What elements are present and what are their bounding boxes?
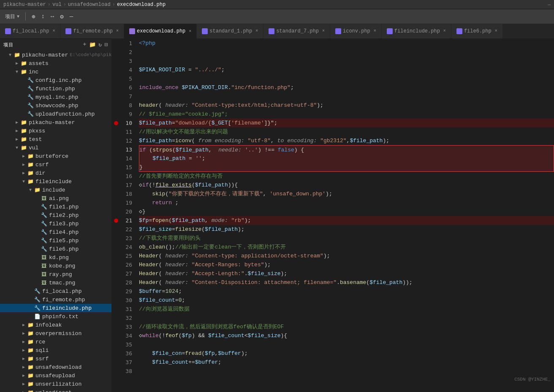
breadcrumb-dir: unsafedownload — [68, 2, 111, 8]
php-icon-fileinclude: 🔧 — [34, 305, 41, 311]
tab-close-fileinclude[interactable]: × — [443, 29, 446, 33]
sidebar-item-test[interactable]: ▶ 📁 test — [0, 135, 111, 143]
sidebar-item-urlredirect[interactable]: ▶ 📁 urlredirect — [0, 388, 111, 392]
sidebar-item-fileinclude-php[interactable]: 🔧 fileinclude.php — [0, 304, 111, 312]
tab-close-standard-1[interactable]: × — [255, 29, 258, 33]
toolbar-icon-minus[interactable]: — — [68, 12, 75, 21]
tab-fi-local[interactable]: fi_local.php × — [0, 24, 60, 38]
tab-close-fi-local[interactable]: × — [52, 29, 55, 33]
sidebar-item-ssrf[interactable]: ▶ 📁 ssrf — [0, 354, 111, 363]
tab-close-standard-7[interactable]: × — [322, 29, 325, 33]
sidebar-item-file3[interactable]: 🔧 file3.php — [0, 219, 111, 228]
sidebar-item-unsafedownload[interactable]: ▶ 📁 unsafedownload — [0, 363, 111, 371]
folder-icon-unsafedownload: 📁 — [27, 364, 34, 370]
sidebar-item-pikachu2[interactable]: ▶ 📁 pikachu-master — [0, 118, 111, 127]
png-icon-ray: 🖼 — [41, 271, 47, 278]
code-line-12: $file_path = iconv ( from encoding: "utf… — [139, 136, 554, 145]
folder-icon-fileinclude: 📁 — [27, 178, 34, 185]
tab-standard-1[interactable]: standard_1.php × — [197, 24, 263, 38]
chevron-down-icon[interactable]: ▼ — [17, 14, 19, 19]
png-icon-kobe: 🖼 — [41, 262, 47, 269]
php-icon-config: 🔧 — [27, 77, 34, 84]
sidebar-item-pikachu-master[interactable]: ▼ 📁 pikachu-master E:\code\php\pikachu — [0, 51, 111, 59]
sidebar-label-test: test — [29, 136, 42, 143]
sidebar-item-ray[interactable]: 🖼 ray.png — [0, 270, 111, 278]
sidebar-item-showvcode[interactable]: 🔧 showvcode.php — [0, 101, 111, 110]
toolbar: 项目 ▼ ⊕ ↕ ↔ ⚙ — — [0, 9, 554, 24]
sidebar-item-unsafeupload[interactable]: ▶ 📁 unsafeupload — [0, 371, 111, 380]
sidebar-item-infoleak[interactable]: ▶ 📁 infoleak — [0, 321, 111, 329]
sidebar-icon-add[interactable]: + — [83, 41, 87, 48]
tab-file6[interactable]: file6.php × — [451, 24, 503, 38]
sidebar-item-assets[interactable]: ▶ 📁 assets — [0, 59, 111, 68]
php-icon-showvcode: 🔧 — [27, 102, 34, 109]
sidebar-item-uploadfunction[interactable]: 🔧 uploadfunction.php — [0, 110, 111, 118]
code-line-27: Header ( header: "Accept-Length:" . $fil… — [139, 269, 554, 278]
sidebar-icon-refresh[interactable]: ↻ — [98, 41, 102, 48]
sidebar-label-inc: inc — [29, 69, 38, 75]
sidebar-item-file4[interactable]: 🔧 file4.php — [0, 228, 111, 236]
code-line-26: Header ( header: "Accept-Ranges: bytes" … — [139, 260, 554, 269]
line-numbers-area: 1 2 3 4 5 6 7 8 9 10 11 12 13 — [112, 39, 136, 392]
line-num-1: 1 — [120, 39, 136, 48]
sidebar-label-csrf: csrf — [35, 162, 49, 168]
toolbar-icon-sort[interactable]: ↕ — [39, 12, 46, 21]
sidebar-item-fi-local[interactable]: 🔧 fi_local.php — [0, 287, 111, 295]
sidebar-item-kd[interactable]: 🖼 kd.png — [0, 253, 111, 262]
tab-close-execdownload[interactable]: × — [189, 29, 191, 34]
png-icon-ai: 🖼 — [41, 195, 47, 202]
tab-standard-7[interactable]: standard_7.php × — [263, 24, 330, 38]
sidebar-item-file2[interactable]: 🔧 file2.php — [0, 211, 111, 219]
tab-label-fi-remote: fi_remote.php — [73, 28, 113, 34]
sidebar-label-assets: assets — [29, 60, 49, 67]
sidebar-item-fileinclude-folder[interactable]: ▼ 📁 fileinclude — [0, 177, 111, 186]
toolbar-icon-settings[interactable]: ⚙ — [58, 12, 65, 21]
tab-close-iconv[interactable]: × — [374, 29, 376, 33]
tab-label-standard-7: standard_7.php — [276, 28, 319, 34]
title-bar: pikachu-master › vul › unsafedownload › … — [0, 0, 554, 9]
sidebar-item-fi-remote[interactable]: 🔧 fi_remote.php — [0, 295, 111, 304]
tab-close-file6[interactable]: × — [495, 29, 497, 33]
php-icon-file3: 🔧 — [41, 220, 47, 227]
tab-close-fi-remote[interactable]: × — [116, 29, 119, 33]
sidebar-item-file5[interactable]: 🔧 file5.php — [0, 236, 111, 245]
code-line-30: $file_count = 0 ; — [139, 296, 554, 305]
code-line-22: $file_size = filesize ( $file_path ); — [139, 225, 554, 234]
sidebar-label-tmac: tmac.png — [49, 280, 75, 286]
sidebar-item-file1[interactable]: 🔧 file1.php — [0, 203, 111, 211]
sidebar-label-burteforce: burteforce — [35, 153, 68, 160]
tab-fi-remote[interactable]: fi_remote.php × — [60, 24, 124, 38]
sidebar-item-csrf[interactable]: ▶ 📁 csrf — [0, 160, 111, 169]
sidebar-item-burteforce[interactable]: ▶ 📁 burteforce — [0, 152, 111, 160]
sidebar-item-vul[interactable]: ▼ 📁 vul — [0, 143, 111, 152]
sidebar-item-dir[interactable]: ▶ 📁 dir — [0, 169, 111, 177]
sidebar-icon-folder[interactable]: 📁 — [89, 41, 96, 48]
sidebar-item-pkxss[interactable]: ▶ 📁 pkxss — [0, 127, 111, 135]
sidebar-item-sqli[interactable]: ▶ 📁 sqli — [0, 346, 111, 354]
sidebar-item-rce[interactable]: ▶ 📁 rce — [0, 338, 111, 346]
toolbar-icon-add[interactable]: ⊕ — [30, 12, 37, 21]
sidebar-icon-collapse[interactable]: ⊟ — [105, 41, 108, 48]
sidebar-item-phpinfo[interactable]: 📄 phpinfo.txt — [0, 312, 111, 321]
sidebar-item-mysql[interactable]: 🔧 mysql.inc.php — [0, 93, 111, 101]
sidebar-item-config[interactable]: 🔧 config.inc.php — [0, 76, 111, 84]
sidebar-label-dir: dir — [35, 170, 45, 176]
code-line-14: $file_path = '' ; — [139, 154, 554, 163]
tab-iconv[interactable]: iconv.php × — [330, 24, 382, 38]
code-scroll[interactable]: 1 2 3 4 5 6 7 8 9 10 11 12 13 — [112, 39, 554, 392]
sidebar-item-overpermission[interactable]: ▶ 📁 overpermission — [0, 329, 111, 338]
sidebar-item-unserilization[interactable]: ▶ 📁 unserilization — [0, 380, 111, 388]
breadcrumb: pikachu-master › vul › unsafedownload › … — [3, 2, 166, 8]
sidebar-item-inc[interactable]: ▼ 📁 inc — [0, 68, 111, 76]
sidebar-item-ai-png[interactable]: 🖼 ai.png — [0, 194, 111, 203]
sidebar-item-tmac[interactable]: 🖼 tmac.png — [0, 278, 111, 287]
sidebar-item-include-folder[interactable]: ▼ 📁 include — [0, 186, 111, 194]
tab-execdownload[interactable]: execdownload.php × — [124, 24, 197, 38]
toolbar-icon-split[interactable]: ↔ — [49, 12, 56, 21]
sidebar-item-function[interactable]: 🔧 function.php — [0, 84, 111, 93]
sidebar-item-kobe[interactable]: 🖼 kobe.png — [0, 262, 111, 270]
sidebar-label-fileinclude-folder: fileinclude — [35, 178, 72, 185]
tab-fileinclude[interactable]: fileinclude.php × — [382, 24, 451, 38]
sidebar-item-file6[interactable]: 🔧 file6.php — [0, 245, 111, 253]
sidebar-label-ray: ray.png — [49, 271, 72, 278]
